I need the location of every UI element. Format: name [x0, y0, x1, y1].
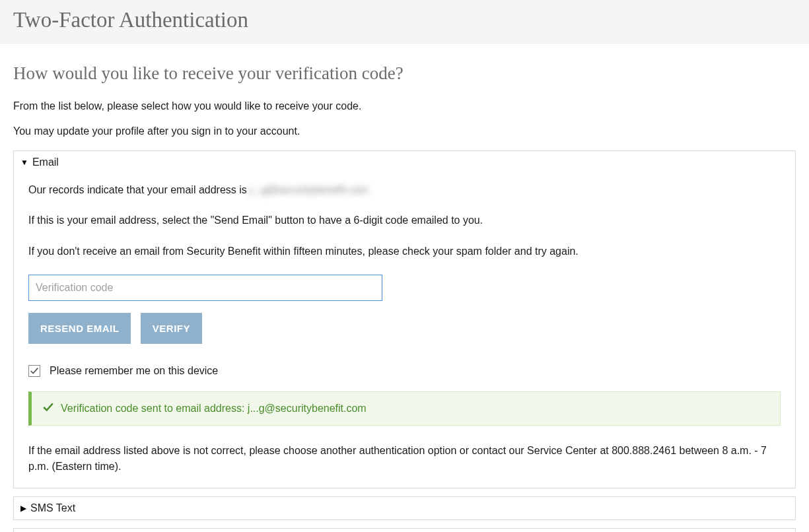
email-panel-body: Our records indicate that your email add…	[14, 174, 795, 488]
header-bar: Two-Factor Authentication	[0, 0, 809, 44]
email-panel-header[interactable]: ▼ Email	[14, 151, 795, 174]
success-alert: Verification code sent to email address:…	[28, 391, 781, 426]
instruction-text: If this is your email address, select th…	[28, 213, 781, 228]
sub-heading: How would you like to receive your verif…	[13, 63, 796, 84]
remember-label: Please remember me on this device	[50, 365, 218, 377]
remember-row: Please remember me on this device	[28, 365, 781, 377]
email-panel-label: Email	[32, 156, 59, 168]
records-line: Our records indicate that your email add…	[28, 183, 781, 197]
records-email-blurred: j...g@securitybenefit.com	[250, 183, 369, 197]
sms-panel-label: SMS Text	[30, 502, 75, 514]
voice-panel: ▶ Voice Call	[13, 528, 796, 532]
verify-button[interactable]: VERIFY	[141, 313, 202, 344]
verification-code-input[interactable]	[28, 275, 382, 301]
records-prefix: Our records indicate that your email add…	[28, 184, 247, 195]
alert-text: Verification code sent to email address:…	[61, 403, 367, 415]
intro-text-2: You may update your profile after you si…	[13, 125, 796, 137]
page-title: Two-Factor Authentication	[13, 8, 796, 32]
button-row: RESEND EMAIL VERIFY	[28, 313, 781, 344]
intro-text-1: From the list below, please select how y…	[13, 100, 796, 112]
spam-note-text: If you don't receive an email from Secur…	[28, 244, 781, 259]
caret-right-icon: ▶	[20, 504, 26, 512]
resend-email-button[interactable]: RESEND EMAIL	[28, 313, 131, 344]
content-area: How would you like to receive your verif…	[0, 44, 809, 532]
sms-panel: ▶ SMS Text	[13, 496, 796, 520]
voice-panel-header[interactable]: ▶ Voice Call	[14, 529, 795, 532]
checkmark-icon	[30, 366, 39, 376]
remember-checkbox[interactable]	[28, 365, 40, 377]
check-icon	[42, 401, 54, 416]
email-panel: ▼ Email Our records indicate that your e…	[13, 150, 796, 488]
sms-panel-header[interactable]: ▶ SMS Text	[14, 497, 795, 519]
caret-down-icon: ▼	[20, 158, 28, 166]
footer-note: If the email address listed above is not…	[28, 443, 781, 475]
